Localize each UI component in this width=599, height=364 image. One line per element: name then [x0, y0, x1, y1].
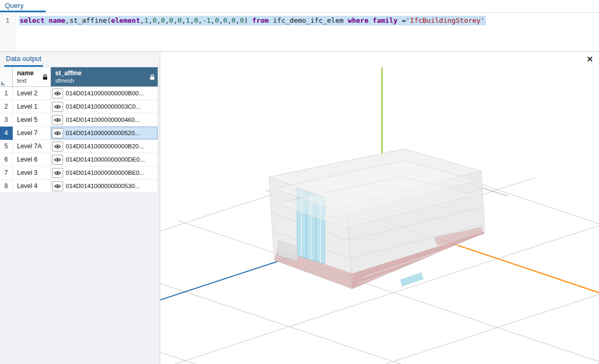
st-affine-value: 014D0141000000000520... [66, 130, 140, 136]
st-affine-cell[interactable]: 014D01410000000003C0... [51, 100, 158, 113]
sql-token: element [111, 16, 140, 24]
sql-token: 0 [231, 16, 236, 24]
view-geometry-eye-button[interactable] [52, 181, 63, 191]
sql-token: 0 [169, 16, 173, 24]
view-geometry-eye-button[interactable] [52, 168, 63, 178]
column-header-name[interactable]: name text [13, 67, 51, 87]
sql-token: , [236, 16, 240, 24]
sql-token: 0 [215, 16, 219, 24]
data-output-panel: Data output name text [0, 52, 160, 364]
view-geometry-eye-button[interactable] [52, 141, 63, 152]
lock-icon [150, 74, 155, 80]
st-affine-cell[interactable]: 014D0141000000000530... [51, 180, 158, 193]
corner-triangle-icon [1, 81, 5, 85]
sql-token: , [165, 16, 169, 24]
eye-icon [54, 104, 61, 109]
line-number: 1 [0, 16, 10, 24]
eye-icon [54, 171, 61, 175]
row-number[interactable]: 5 [0, 140, 13, 153]
row-number[interactable]: 7 [0, 166, 13, 180]
name-cell[interactable]: Level 7A [13, 140, 51, 153]
st-affine-cell[interactable]: 014D01410000000000BE0... [51, 166, 158, 180]
sql-token: 0 [194, 16, 198, 24]
row-number[interactable]: 6 [0, 153, 13, 166]
table-row: 7Level 3014D01410000000000BE0... [0, 166, 158, 180]
st-affine-value: 014D01410000000003C0... [66, 103, 141, 110]
grid-header-row: name text st_affine [0, 67, 158, 87]
table-row: 4Level 7014D0141000000000520... [0, 127, 158, 140]
column-type: text [17, 77, 33, 84]
bottom-split: Data output name text [0, 51, 599, 364]
st-affine-cell[interactable]: 014D01410000000000DE0... [51, 153, 158, 166]
table-row: 6Level 6014D01410000000000DE0... [0, 153, 158, 166]
eye-icon [54, 91, 61, 96]
view-geometry-eye-button[interactable] [52, 155, 63, 165]
row-number[interactable]: 8 [0, 180, 13, 193]
st-affine-cell[interactable]: 014D0141000000000520... [51, 127, 158, 140]
st-affine-cell[interactable]: 014D01410000000000B20... [51, 140, 158, 153]
results-grid: name text st_affine [0, 67, 158, 193]
eye-icon [54, 144, 61, 149]
name-cell[interactable]: Level 5 [13, 113, 51, 127]
table-row: 2Level 1014D01410000000003C0... [0, 100, 158, 113]
row-number[interactable]: 4 [0, 127, 13, 140]
column-name: st_affine [55, 69, 81, 77]
sql-token: select [20, 16, 45, 24]
lock-icon [42, 74, 48, 80]
sql-token: 1 [186, 16, 190, 24]
view-geometry-eye-button[interactable] [52, 115, 63, 125]
row-number[interactable]: 1 [0, 87, 13, 100]
sql-token: , [140, 16, 144, 24]
editor-code-area[interactable]: select name,st_affine(element,1,0,0,0,0,… [16, 13, 486, 51]
row-number[interactable]: 3 [0, 113, 13, 127]
st-affine-value: 014D0141000000000530... [66, 183, 140, 189]
sql-token: = [397, 16, 406, 24]
tab-data-output[interactable]: Data output [4, 52, 43, 67]
tab-query[interactable]: Query [0, 0, 46, 12]
sql-token [45, 16, 49, 24]
name-cell[interactable]: Level 6 [13, 153, 51, 166]
sql-token: , [181, 16, 186, 24]
st-affine-cell[interactable]: 014D0141000000000460... [51, 113, 158, 127]
data-output-header: Data output [0, 52, 160, 67]
st-affine-value: 014D01410000000000B20... [66, 143, 144, 149]
sql-token: , [211, 16, 215, 24]
view-geometry-eye-button[interactable] [52, 128, 63, 138]
sql-token: ifc_demo_ifc_elem [269, 16, 348, 24]
name-cell[interactable]: Level 4 [13, 180, 51, 193]
editor-gutter: 1 [0, 13, 16, 51]
column-name: name [17, 69, 33, 77]
column-type: sfmesh [55, 77, 81, 84]
st-affine-value: 014D01410000000000DE0... [66, 156, 145, 163]
close-viewer-button[interactable]: ✕ [586, 55, 593, 63]
st-affine-value: 014D01410000000000BE0... [66, 170, 144, 176]
query-tab-bar: Query [0, 0, 599, 13]
3d-scene[interactable] [160, 52, 599, 364]
sql-token: 0 [240, 16, 244, 24]
column-header-st-affine[interactable]: st_affine sfmesh [51, 67, 158, 87]
geometry-viewer: ✕ [160, 52, 599, 364]
sql-token: -1 [202, 16, 211, 24]
table-row: 5Level 7A014D01410000000000B20... [0, 140, 158, 153]
sql-token: name [49, 16, 65, 24]
table-row: 8Level 4014D0141000000000530... [0, 180, 158, 193]
sql-editor[interactable]: 1 select name,st_affine(element,1,0,0,0,… [0, 13, 599, 51]
grid-body: 1Level 2014D01410000000000B00...2Level 1… [0, 87, 158, 193]
name-cell[interactable]: Level 2 [13, 87, 51, 100]
name-cell[interactable]: Level 7 [13, 127, 51, 140]
select-all-corner[interactable] [0, 67, 13, 87]
eye-icon [54, 118, 61, 122]
sql-token: from [252, 16, 268, 24]
sql-token: 0 [161, 16, 165, 24]
table-row: 3Level 5014D0141000000000460... [0, 113, 158, 127]
view-geometry-eye-button[interactable] [52, 88, 63, 99]
view-geometry-eye-button[interactable] [52, 102, 63, 112]
name-cell[interactable]: Level 1 [13, 100, 51, 113]
sql-token: 1 [144, 16, 149, 24]
sql-token: ) [244, 16, 253, 24]
sql-token: , [190, 16, 194, 24]
row-number[interactable]: 2 [0, 100, 13, 113]
st-affine-cell[interactable]: 014D01410000000000B00... [51, 87, 158, 100]
eye-icon [54, 131, 61, 136]
name-cell[interactable]: Level 3 [13, 166, 51, 180]
